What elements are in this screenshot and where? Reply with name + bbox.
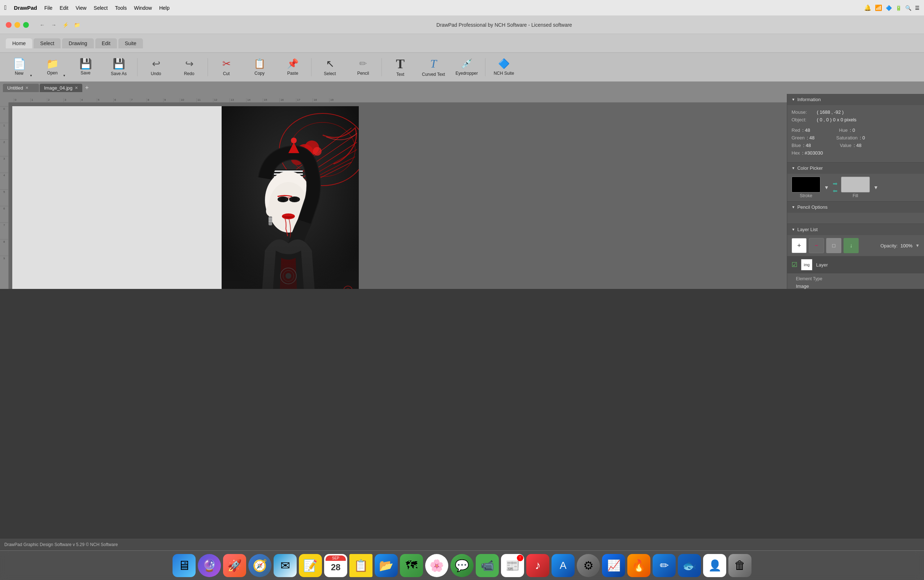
redo-button[interactable]: ↪ Redo: [173, 54, 206, 80]
canvas[interactable]: [12, 106, 359, 289]
save-button[interactable]: 💾 Save: [69, 54, 102, 80]
nav-tab-home[interactable]: Home: [6, 38, 32, 48]
contacts-icon: 👤: [708, 559, 722, 572]
minimize-button[interactable]: [15, 22, 20, 28]
add-layer-button[interactable]: +: [792, 238, 807, 253]
close-tab-untitled[interactable]: ✕: [25, 86, 28, 90]
forward-button[interactable]: →: [50, 21, 58, 29]
dock-trash[interactable]: 🗑: [728, 554, 751, 577]
fill-dropdown-arrow[interactable]: ▼: [873, 185, 878, 190]
app-name-menu[interactable]: DrawPad: [14, 5, 37, 11]
fill-swatch[interactable]: [841, 176, 870, 193]
copy-button[interactable]: 📋 Copy: [243, 54, 276, 80]
ruler-mark-11: 11: [196, 98, 213, 102]
cut-button[interactable]: ✂ Cut: [210, 54, 243, 80]
layer-checkbox[interactable]: ☑: [792, 261, 797, 269]
apple-icon[interactable]: : [4, 4, 7, 12]
cut-icon: ✂: [222, 58, 231, 70]
dock-facetime[interactable]: 📹: [476, 554, 499, 577]
menu-window[interactable]: Window: [134, 5, 152, 11]
dock-news[interactable]: 📰 !: [501, 554, 524, 577]
select-button[interactable]: ↖ Select: [314, 54, 346, 80]
dock-safari[interactable]: 🧭: [248, 554, 271, 577]
dock-fish-app[interactable]: 🐟: [678, 554, 701, 577]
menu-select[interactable]: Select: [94, 5, 108, 11]
menu-tools[interactable]: Tools: [115, 5, 127, 11]
maximize-button[interactable]: [23, 22, 29, 28]
dock-drawpad[interactable]: ✏: [653, 554, 676, 577]
dock-xcode[interactable]: 📈: [602, 554, 625, 577]
menu-edit[interactable]: Edit: [59, 5, 68, 11]
save-as-button[interactable]: 💾 Save As: [102, 54, 135, 80]
menu-file[interactable]: File: [44, 5, 53, 11]
layer-list-header[interactable]: ▼ Layer List: [787, 224, 924, 235]
dock-music[interactable]: ♪: [526, 554, 549, 577]
menubar:  DrawPad File Edit View Select Tools Wi…: [0, 0, 924, 16]
ruler-mark-14: 14: [246, 98, 263, 102]
hex-row: Hex : #303030: [792, 150, 920, 156]
dock-maps[interactable]: 🗺: [400, 554, 423, 577]
close-tab-image04[interactable]: ✕: [75, 86, 78, 90]
new-button[interactable]: 📄 New ▼: [3, 54, 35, 80]
folder-button[interactable]: 📁: [73, 21, 81, 29]
canvas-scroll-area[interactable]: [9, 102, 787, 289]
delete-layer-button[interactable]: −: [809, 238, 824, 253]
nav-tab-edit[interactable]: Edit: [95, 38, 117, 48]
dock-sysprefs[interactable]: ⚙: [577, 554, 600, 577]
hue-label: Hue: [839, 127, 848, 133]
menu-view[interactable]: View: [76, 5, 86, 11]
dock-stickies[interactable]: 📋: [349, 554, 373, 577]
menu-help[interactable]: Help: [159, 5, 169, 11]
canvas-area[interactable]: 0 1 2 3 4 5 6 7 8 9 10 11 12 13 14 15 16: [0, 94, 787, 289]
information-header[interactable]: ▼ Information: [787, 94, 924, 105]
eyedropper-button[interactable]: 💉 Eyedropper: [450, 54, 483, 80]
pencil-options-content: [787, 213, 924, 224]
nav-tab-select[interactable]: Select: [34, 38, 61, 48]
nch-suite-button[interactable]: 🔷 NCH Suite: [488, 54, 520, 80]
paste-button[interactable]: 📌 Paste: [276, 54, 309, 80]
layer-item[interactable]: ☑ img Layer: [787, 256, 924, 274]
dock-calendar[interactable]: SEP 28: [324, 554, 347, 577]
pencil-button[interactable]: ✏ Pencil: [347, 54, 379, 80]
dock-siri[interactable]: 🔮: [198, 554, 221, 577]
curved-text-button[interactable]: T Curved Text: [417, 54, 450, 80]
open-button[interactable]: 📁 Open ▼: [36, 54, 69, 80]
text-button[interactable]: T Text: [384, 54, 416, 80]
swap-colors-button[interactable]: ➡ ⬅: [833, 181, 837, 194]
quick-access-button[interactable]: ⚡: [61, 21, 69, 29]
pencil-options-header[interactable]: ▼ Pencil Options: [787, 201, 924, 213]
window-controls: ← → ⚡ 📁: [35, 21, 84, 29]
layer-name: Layer: [816, 262, 828, 268]
dock-mail[interactable]: ✉: [274, 554, 297, 577]
ruler-vmark-8: 8: [0, 239, 8, 256]
dock-files[interactable]: 📂: [375, 554, 398, 577]
search-icon[interactable]: 🔍: [905, 5, 911, 11]
paste-label: Paste: [287, 71, 299, 76]
dock-photos[interactable]: 🌸: [425, 554, 448, 577]
dock-contacts[interactable]: 👤: [703, 554, 726, 577]
color-picker-header[interactable]: ▼ Color Picker: [787, 163, 924, 174]
opacity-dropdown[interactable]: ▼: [915, 243, 920, 248]
dock-notes[interactable]: 📝: [299, 554, 322, 577]
nav-tab-drawing[interactable]: Drawing: [62, 38, 94, 48]
dock-appstore[interactable]: A: [551, 554, 575, 577]
doc-tab-untitled[interactable]: Untitled ✕: [3, 84, 39, 92]
move-layer-down-button[interactable]: ↓: [843, 238, 859, 253]
menu-extras-icon[interactable]: ☰: [915, 5, 920, 11]
layer-options-button[interactable]: □: [826, 238, 841, 253]
add-tab-button[interactable]: +: [83, 84, 91, 92]
tab-untitled-label: Untitled: [7, 85, 23, 91]
dock-finder[interactable]: 🖥: [173, 554, 196, 577]
dock-reminders[interactable]: 🔥: [627, 554, 650, 577]
dock-launchpad[interactable]: 🚀: [223, 554, 246, 577]
stroke-dropdown-arrow[interactable]: ▼: [824, 185, 829, 190]
dock-messages[interactable]: 💬: [450, 554, 474, 577]
nav-tab-suite[interactable]: Suite: [118, 38, 143, 48]
stroke-swatch[interactable]: [792, 176, 820, 193]
undo-button[interactable]: ↩ Undo: [140, 54, 172, 80]
back-button[interactable]: ←: [38, 21, 46, 29]
stroke-container: Stroke: [792, 176, 820, 198]
color-picker-content: Stroke ▼ ➡ ⬅ Fill ▼: [787, 174, 924, 201]
doc-tab-image04[interactable]: Image_04.jpg ✕: [40, 84, 82, 92]
close-button[interactable]: [6, 22, 12, 28]
